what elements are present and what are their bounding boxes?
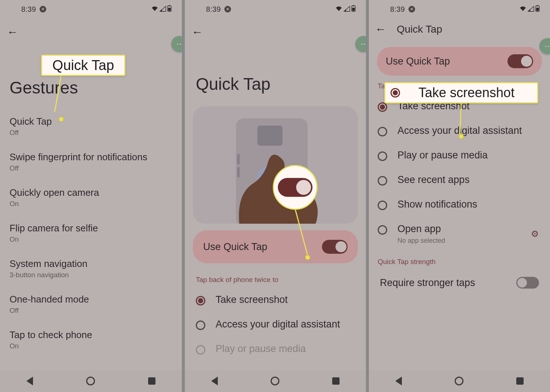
list-item[interactable]: One-handed mode Off	[10, 286, 172, 322]
nav-home-icon[interactable]	[271, 377, 279, 385]
use-quick-tap-toggle[interactable]	[322, 240, 348, 254]
status-time: 8:39	[206, 5, 221, 14]
do-not-disturb-icon: ✕	[224, 6, 231, 12]
signal-icon	[160, 5, 166, 14]
wifi-icon	[335, 5, 342, 14]
battery-icon	[167, 5, 172, 14]
radio-icon	[378, 201, 387, 210]
do-not-disturb-icon: ✕	[40, 6, 46, 12]
radio-selected-icon	[196, 296, 205, 305]
nav-back-icon[interactable]	[395, 377, 402, 385]
status-time: 8:39	[21, 5, 36, 14]
app-bar: ←	[0, 16, 182, 41]
gear-icon[interactable]: ⚙	[531, 229, 539, 239]
battery-icon	[351, 5, 356, 14]
radio-option[interactable]: Play or pause media	[185, 337, 366, 361]
list-item[interactable]: Quickly open camera On	[10, 180, 172, 215]
back-icon[interactable]: ←	[192, 27, 203, 37]
radio-icon	[378, 225, 387, 235]
use-quick-tap-card[interactable]: Use Quick Tap	[377, 47, 542, 76]
section-header: Tap back of phone twice to	[185, 263, 366, 287]
radio-icon	[378, 151, 387, 161]
radio-option[interactable]: Show notifications	[369, 192, 550, 217]
radio-icon	[378, 127, 387, 136]
svg-rect-9	[237, 167, 239, 177]
radio-option[interactable]: See recent apps	[369, 168, 550, 192]
svg-rect-7	[257, 125, 282, 146]
use-quick-tap-card[interactable]: Use Quick Tap	[193, 230, 358, 263]
svg-rect-2	[168, 8, 171, 11]
section-header-strength: Quick Tap strength	[369, 251, 550, 270]
use-quick-tap-toggle[interactable]	[507, 54, 533, 68]
nav-bar	[0, 370, 182, 392]
list-item[interactable]: Flip camera for selfie On	[10, 215, 172, 251]
radio-icon	[196, 320, 205, 330]
back-icon[interactable]: ←	[375, 24, 386, 34]
radio-selected-icon	[378, 102, 387, 112]
assistant-bubble-icon[interactable]: ⋯	[539, 38, 550, 54]
signal-icon	[528, 5, 534, 14]
list-item[interactable]: Swipe fingerprint for notifications Off	[10, 144, 172, 180]
nav-bar	[369, 370, 550, 392]
svg-rect-1	[169, 5, 170, 6]
require-stronger-taps-row[interactable]: Require stronger taps	[369, 270, 550, 296]
callout-dot	[59, 117, 64, 122]
wifi-icon	[519, 5, 527, 14]
screenshot-panel-2: 8:39 ✕ ← ⋯ Quick Tap Use Quick Tap Tap b…	[185, 0, 366, 392]
appbar-title: Quick Tap	[397, 23, 442, 35]
radio-icon	[196, 345, 205, 355]
app-bar: ← Quick Tap	[369, 16, 550, 39]
radio-option[interactable]: Take screenshot	[185, 287, 366, 312]
svg-rect-5	[352, 8, 355, 11]
status-bar: 8:39 ✕	[0, 0, 182, 16]
callout-dot	[459, 134, 464, 139]
highlight-callout-toggle	[273, 165, 318, 210]
nav-recents-icon[interactable]	[332, 377, 340, 385]
nav-recents-icon[interactable]	[516, 377, 524, 385]
signal-icon	[344, 5, 350, 14]
highlight-callout-quick-tap: Quick Tap	[41, 55, 125, 76]
quick-tap-illustration	[193, 106, 358, 224]
callout-dot	[305, 255, 310, 260]
do-not-disturb-icon: ✕	[408, 6, 415, 12]
radio-option[interactable]: Access your digital assistant	[185, 312, 366, 337]
back-icon[interactable]: ←	[7, 27, 18, 37]
svg-rect-8	[237, 154, 239, 164]
svg-rect-4	[353, 5, 354, 6]
svg-rect-13	[537, 5, 538, 6]
wifi-icon	[151, 5, 158, 14]
screenshot-panel-3: 8:39 ✕ ← Quick Tap ⋯ Use Quick Tap Tap b…	[369, 0, 550, 392]
list-item[interactable]: System navigation 3-button navigation	[10, 251, 172, 286]
radio-selected-icon	[390, 88, 400, 98]
page-title: Quick Tap	[185, 41, 366, 106]
require-stronger-taps-toggle[interactable]	[516, 277, 539, 289]
nav-home-icon[interactable]	[86, 377, 95, 385]
nav-home-icon[interactable]	[455, 377, 463, 385]
toggle-on-icon	[278, 178, 313, 197]
radio-option[interactable]: Play or pause media	[369, 143, 550, 168]
list-item[interactable]: Tap to check phone On	[10, 322, 172, 358]
highlight-callout-take-screenshot: Take screenshot	[384, 82, 538, 103]
radio-icon	[378, 176, 387, 186]
app-bar: ←	[185, 16, 366, 41]
nav-back-icon[interactable]	[211, 377, 218, 385]
radio-option-open-app[interactable]: Open app No app selected ⚙	[369, 217, 550, 251]
nav-bar	[185, 370, 366, 392]
status-bar: 8:39 ✕	[185, 0, 366, 16]
status-bar: 8:39 ✕	[369, 0, 550, 16]
status-time: 8:39	[390, 5, 405, 14]
gestures-list: Quick Tap Off Swipe fingerprint for noti…	[0, 109, 182, 358]
nav-back-icon[interactable]	[26, 377, 33, 385]
svg-rect-14	[536, 8, 539, 11]
nav-recents-icon[interactable]	[148, 377, 155, 385]
list-item[interactable]: Quick Tap Off	[10, 109, 172, 144]
screenshot-panel-1: 8:39 ✕ ← ⋯ Gestures Quick Tap Off Swipe …	[0, 0, 182, 392]
battery-icon	[535, 5, 540, 14]
